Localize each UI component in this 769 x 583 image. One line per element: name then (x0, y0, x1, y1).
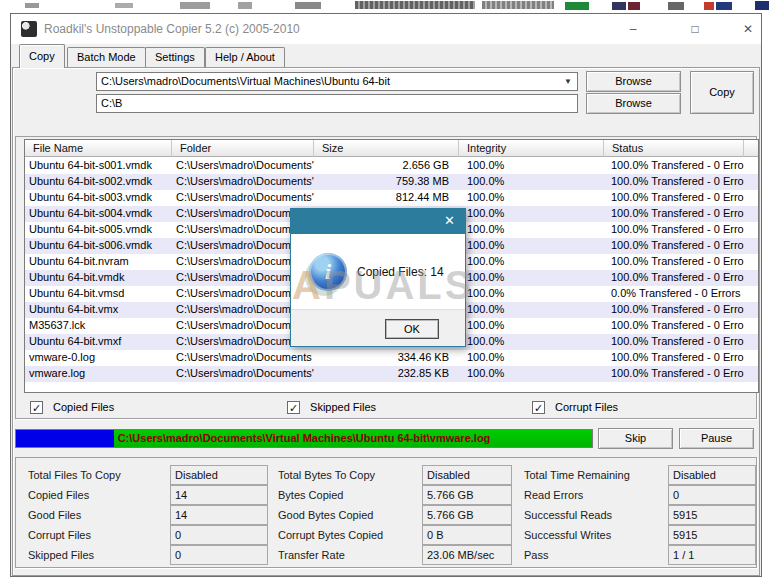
stat-row: Pass1 / 1 (520, 545, 756, 565)
stat-value: 0 (170, 545, 268, 565)
maximize-button[interactable]: □ (681, 20, 709, 38)
cell-size: 232.85 KB (314, 366, 459, 382)
stat-value: Disabled (170, 465, 268, 485)
cell-status: 100.0% Transfered - 0 Erro (604, 158, 744, 174)
copy-button[interactable]: Copy (690, 71, 754, 114)
source-value: C:\Users\madro\Documents\Virtual Machine… (101, 75, 390, 87)
cell-status: 100.0% Transfered - 0 Erro (604, 302, 744, 318)
cell-folder: C:\Users\madro\Documents' (172, 174, 314, 190)
column-header-folder[interactable]: Folder (172, 140, 314, 157)
cell-integrity: 100.0% (459, 174, 604, 190)
stat-label: Good Bytes Copied (278, 505, 373, 525)
stat-value: 23.06 MB/sec (422, 545, 512, 565)
stat-value: 5.766 GB (422, 505, 512, 525)
filter-skipped-files[interactable]: ✓ Skipped Files (287, 400, 376, 414)
tab-settings[interactable]: Settings (145, 47, 205, 67)
checkbox-icon[interactable]: ✓ (532, 401, 545, 414)
ok-button[interactable]: OK (385, 319, 439, 339)
stat-row: Read Errors0 (520, 485, 756, 505)
skip-button[interactable]: Skip (598, 428, 673, 449)
cell-blank (744, 286, 759, 302)
cell-blank (744, 190, 759, 206)
chevron-down-icon[interactable]: ▼ (561, 75, 575, 88)
cell-file: Ubuntu 64-bit-s002.vmdk (25, 174, 172, 190)
stat-value: 0 B (422, 525, 512, 545)
cell-file: M35637.lck (25, 318, 172, 334)
column-header-file-name[interactable]: File Name (25, 140, 172, 157)
stat-row: Good Bytes Copied5.766 GB (274, 505, 514, 525)
stat-value: 5915 (668, 525, 756, 545)
cell-blank (744, 158, 759, 174)
table-row[interactable]: Ubuntu 64-bit-s002.vmdkC:\Users\madro\Do… (25, 174, 758, 190)
browse-target-button[interactable]: Browse (586, 93, 681, 114)
cell-file: Ubuntu 64-bit-s005.vmdk (25, 222, 172, 238)
cell-status: 100.0% Transfered - 0 Erro (604, 350, 744, 366)
browse-source-button[interactable]: Browse (586, 71, 681, 92)
filter-corrupt-files[interactable]: ✓ Corrupt Files (532, 400, 618, 414)
checkbox-icon[interactable]: ✓ (30, 401, 43, 414)
table-row[interactable]: vmware-0.logC:\Users\madro\Documents334.… (25, 350, 758, 366)
cell-file: Ubuntu 64-bit-s004.vmdk (25, 206, 172, 222)
cell-integrity: 100.0% (459, 238, 604, 254)
source-input[interactable]: C:\Users\madro\Documents\Virtual Machine… (96, 72, 578, 91)
stats-group: Total Files To CopyDisabledCopied Files1… (24, 458, 268, 569)
minimize-button[interactable]: – (619, 20, 647, 38)
table-row[interactable]: vmware.logC:\Users\madro\Documents'232.8… (25, 366, 758, 382)
stat-value: 1 / 1 (668, 545, 756, 565)
stat-row: Skipped Files0 (24, 545, 268, 565)
target-input[interactable]: C:\B (96, 94, 578, 113)
cell-status: 100.0% Transfered - 0 Erro (604, 334, 744, 350)
dialog-body: i Copied Files: 14 (291, 234, 465, 311)
cell-blank (744, 270, 759, 286)
dialog-message: Copied Files: 14 (357, 234, 444, 311)
filter-label: Copied Files (53, 401, 114, 413)
cell-status: 100.0% Transfered - 0 Erro (604, 254, 744, 270)
stat-row: Good Files14 (24, 505, 268, 525)
filter-copied-files[interactable]: ✓ Copied Files (30, 400, 114, 414)
tab-help-about[interactable]: Help / About (205, 47, 285, 67)
cell-integrity: 100.0% (459, 366, 604, 382)
stat-label: Total Time Remaining (524, 465, 630, 485)
cell-status: 0.0% Transfered - 0 Errors (604, 286, 744, 302)
stat-row: Successful Writes5915 (520, 525, 756, 545)
cell-blank (744, 302, 759, 318)
checkbox-icon[interactable]: ✓ (287, 401, 300, 414)
screen: Roadkil's Unstoppable Copier 5.2 (c) 200… (0, 0, 769, 583)
stat-label: Total Files To Copy (28, 465, 121, 485)
stat-value: 14 (170, 505, 268, 525)
stat-value: Disabled (422, 465, 512, 485)
tab-copy[interactable]: Copy (19, 44, 65, 68)
column-header-status[interactable]: Status (604, 140, 744, 157)
cell-blank (744, 206, 759, 222)
stat-row: Corrupt Files0 (24, 525, 268, 545)
stat-value: Disabled (668, 465, 756, 485)
column-header-integrity[interactable]: Integrity (459, 140, 604, 157)
stat-row: Successful Reads5915 (520, 505, 756, 525)
table-row[interactable]: Ubuntu 64-bit-s001.vmdkC:\Users\madro\Do… (25, 158, 758, 174)
stat-label: Copied Files (28, 485, 89, 505)
cell-folder: C:\Users\madro\Documents' (172, 366, 314, 382)
cell-status: 100.0% Transfered - 0 Erro (604, 366, 744, 382)
cell-integrity: 100.0% (459, 318, 604, 334)
stat-row: Total Time RemainingDisabled (520, 465, 756, 485)
stat-label: Corrupt Files (28, 525, 91, 545)
cell-integrity: 100.0% (459, 206, 604, 222)
cell-blank (744, 238, 759, 254)
stats-group: Total Time RemainingDisabledRead Errors0… (520, 458, 756, 569)
dialog-close-icon[interactable]: ✕ (444, 213, 455, 228)
close-button[interactable]: ✕ (734, 20, 762, 38)
cell-size: 2.656 GB (314, 158, 459, 174)
cell-status: 100.0% Transfered - 0 Erro (604, 222, 744, 238)
cell-status: 100.0% Transfered - 0 Erro (604, 174, 744, 190)
pause-button[interactable]: Pause (679, 428, 754, 449)
tab-batch-mode[interactable]: Batch Mode (67, 47, 146, 67)
cell-folder: C:\Users\madro\Documents' (172, 190, 314, 206)
column-header-size[interactable]: Size (314, 140, 459, 157)
copied-files-dialog: ✕ i Copied Files: 14 OK (290, 208, 466, 347)
cell-folder: C:\Users\madro\Documents (172, 350, 314, 366)
titlebar: Roadkil's Unstoppable Copier 5.2 (c) 200… (11, 14, 761, 44)
table-row[interactable]: Ubuntu 64-bit-s003.vmdkC:\Users\madro\Do… (25, 190, 758, 206)
progress-bar: C:\Users\madro\Documents\Virtual Machine… (15, 429, 593, 448)
cell-file: vmware-0.log (25, 350, 172, 366)
cell-status: 100.0% Transfered - 0 Erro (604, 270, 744, 286)
